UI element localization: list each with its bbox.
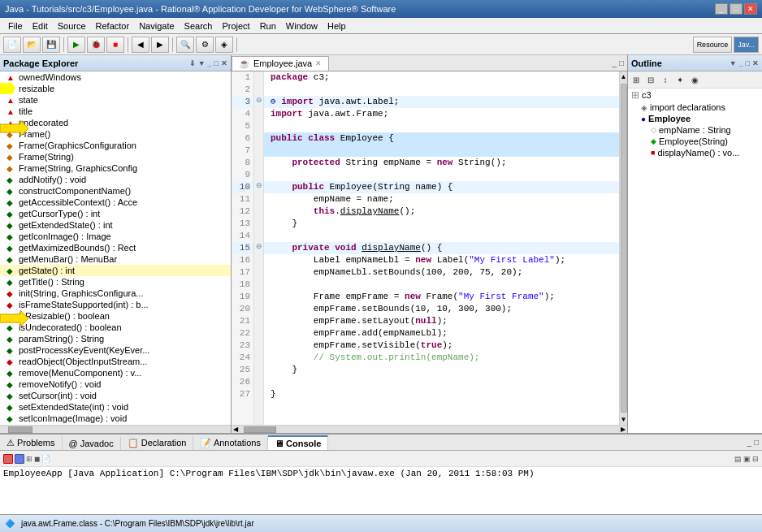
pe-close-icon[interactable]: ✕ xyxy=(221,59,227,67)
outline-controls[interactable]: ▼ _ □ ✕ xyxy=(730,59,759,67)
tree-item-setextended[interactable]: ◆ setExtendedState(int) : void xyxy=(0,401,231,413)
menu-file[interactable]: File xyxy=(3,19,28,32)
outline-tb-btn2[interactable]: ⊟ xyxy=(644,73,657,86)
close-button[interactable]: ✕ xyxy=(744,3,757,15)
tree-item-postprocess[interactable]: ◆ postProcessKeyEvent(KeyEver... xyxy=(0,344,231,356)
tree-item-remove[interactable]: ◆ remove(MenuComponent) : v... xyxy=(0,367,231,378)
console-btn7[interactable]: ⊟ xyxy=(752,455,759,463)
console-btn6[interactable]: ▣ xyxy=(743,455,751,463)
menu-search[interactable]: Search xyxy=(180,19,218,32)
tree-item-removenotify[interactable]: ◆ removeNotify() : void xyxy=(0,378,231,390)
terminate-button[interactable] xyxy=(3,454,13,464)
outline-tb-btn4[interactable]: ✦ xyxy=(673,73,686,86)
tab-problems[interactable]: ⚠ Problems xyxy=(0,436,63,450)
tree-item-getstate[interactable]: ◆ getState() : int xyxy=(0,265,231,276)
editor-tab-close[interactable]: ✕ xyxy=(315,59,322,67)
run-button[interactable]: ▶ xyxy=(67,37,85,53)
outline-tb-btn5[interactable]: ◉ xyxy=(688,73,701,86)
menu-run[interactable]: Run xyxy=(255,19,281,32)
tree-item-frame3[interactable]: ◆ Frame(String) xyxy=(0,151,231,162)
outline-menu-icon[interactable]: ▼ xyxy=(730,59,737,67)
fold-marker-10[interactable]: ⊖ xyxy=(254,181,263,193)
tree-item-getmaximized[interactable]: ◆ getMaximizedBounds() : Rect xyxy=(0,242,231,253)
tree-item-frame1[interactable]: ◆ Frame() xyxy=(0,128,231,140)
menu-help[interactable]: Help xyxy=(323,19,351,32)
code-content[interactable]: package c3; ⊖ import java.awt.Label; imp… xyxy=(264,71,619,425)
tree-item-constructcomponent[interactable]: ◆ constructComponentName() xyxy=(0,185,231,197)
tree-item-geticonimage[interactable]: ◆ getIconImage() : Image xyxy=(0,231,231,242)
fold-marker-15[interactable]: ⊖ xyxy=(254,242,263,254)
outline-item-constructor[interactable]: ◆ Employee(String) xyxy=(628,136,762,147)
maximize-button[interactable]: □ xyxy=(730,3,743,15)
tree-item-init[interactable]: ◆ init(String, GraphicsConfigura... xyxy=(0,288,231,299)
tree-item-addnotify[interactable]: ◆ addNotify() : void xyxy=(0,174,231,185)
pe-hscrollbar[interactable] xyxy=(0,425,231,433)
tree-item-frame4[interactable]: ◆ Frame(String, GraphicsConfig xyxy=(0,162,231,174)
tree-item-undecorated[interactable]: ▲ undecorated xyxy=(0,117,231,128)
new-button[interactable]: 📄 xyxy=(3,37,21,53)
resource-button[interactable]: Resource xyxy=(693,37,733,53)
tree-item-title[interactable]: ▲ title xyxy=(0,106,231,117)
editor-maximize-icon[interactable]: □ xyxy=(619,58,624,67)
tree-item-gettitle[interactable]: ◆ getTitle() : String xyxy=(0,276,231,288)
editor-minimize-icon[interactable]: _ xyxy=(612,58,617,67)
pe-menu-icon[interactable]: ▼ xyxy=(198,59,206,67)
menu-source[interactable]: Source xyxy=(53,19,91,32)
console-btn4[interactable]: 📄 xyxy=(41,455,50,463)
outline-minimize-icon[interactable]: _ xyxy=(739,59,743,67)
tree-item-getaccessible[interactable]: ◆ getAccessibleContext() : Acce xyxy=(0,197,231,208)
package-explorer-toolbar[interactable]: ⇓ ▼ _ □ ✕ xyxy=(189,59,227,67)
minimize-button[interactable]: _ xyxy=(715,3,728,15)
tree-item-paramstring[interactable]: ◆ paramString() : String xyxy=(0,333,231,344)
tree-item-getcursortype[interactable]: ◆ getCursorType() : int xyxy=(0,208,231,219)
editor-controls[interactable]: _ □ xyxy=(612,58,627,67)
java-button[interactable]: Jav... xyxy=(734,37,759,53)
stop-button[interactable]: ■ xyxy=(106,37,124,53)
bottom-maximize-icon[interactable]: □ xyxy=(754,438,759,447)
tab-annotations[interactable]: 📝 Annotations xyxy=(193,436,268,450)
pe-collapse-icon[interactable]: ⇓ xyxy=(189,59,196,67)
back-button[interactable]: ◀ xyxy=(132,37,149,53)
outline-tb-btn1[interactable]: ⊞ xyxy=(630,73,643,86)
console-btn2[interactable]: ⊞ xyxy=(26,455,32,463)
console-btn3[interactable]: ◼ xyxy=(34,455,40,463)
outline-maximize-icon[interactable]: □ xyxy=(746,59,750,67)
tree-item-resizable[interactable]: → ▲ resizable xyxy=(0,83,231,94)
debug-button[interactable]: 🐞 xyxy=(87,37,105,53)
editor-vscrollbar[interactable]: ▲ ▼ xyxy=(619,71,627,425)
tab-declaration[interactable]: 📋 Declaration xyxy=(121,436,194,450)
console-btn5[interactable]: ▤ xyxy=(734,455,742,463)
toolbar-btn1[interactable]: ⚙ xyxy=(196,37,214,53)
outline-item-imports[interactable]: ◈ import declarations xyxy=(628,102,762,113)
menu-project[interactable]: Project xyxy=(217,19,254,32)
tree-item-isresizable[interactable]: ◆ isResizable() : boolean xyxy=(0,310,231,322)
pe-maximize-icon[interactable]: □ xyxy=(214,59,219,67)
outline-item-displayname[interactable]: ■ displayName() : vo... xyxy=(628,147,762,158)
bottom-panel-controls[interactable]: _ □ xyxy=(747,438,762,447)
toolbar-btn2[interactable]: ◈ xyxy=(215,37,233,53)
menu-refactor[interactable]: Refactor xyxy=(91,19,135,32)
outline-close-icon[interactable]: ✕ xyxy=(752,59,759,67)
outline-tb-btn3[interactable]: ↕ xyxy=(659,73,672,86)
outline-item-employee[interactable]: ● Employee xyxy=(628,113,762,124)
editor-hscrollbar[interactable]: ◀ ▶ xyxy=(232,425,627,433)
tree-item-frame2[interactable]: ◆ Frame(GraphicsConfiguration xyxy=(0,140,231,151)
tab-javadoc[interactable]: @ Javadoc xyxy=(63,437,121,450)
menu-window[interactable]: Window xyxy=(281,19,323,32)
tree-item-state[interactable]: ▲ state xyxy=(0,94,231,106)
tree-item-readobject[interactable]: ◆ readObject(ObjectInputStream... xyxy=(0,356,231,367)
window-controls[interactable]: _ □ ✕ xyxy=(715,3,757,15)
pe-minimize-icon[interactable]: _ xyxy=(208,59,212,67)
outline-item-empname[interactable]: ◇ empName : String xyxy=(628,124,762,136)
tree-item-isundecorated[interactable]: ◆ isUndecorated() : boolean xyxy=(0,322,231,333)
bottom-minimize-icon[interactable]: _ xyxy=(747,438,751,447)
editor-tab-employee[interactable]: ☕ Employee.java ✕ xyxy=(232,56,329,71)
tab-console[interactable]: 🖥 Console xyxy=(268,435,328,450)
outline-item-c3[interactable]: ⊞ c3 xyxy=(628,89,762,102)
tree-item-isframestatesupported[interactable]: ◆ isFrameStateSupported(int) : b... xyxy=(0,299,231,310)
tree-item-getextendedstate[interactable]: ◆ getExtendedState() : int xyxy=(0,219,231,231)
console-btn1[interactable] xyxy=(15,454,24,464)
forward-button[interactable]: ▶ xyxy=(151,37,169,53)
tree-item-setcursor[interactable]: ◆ setCursor(int) : void xyxy=(0,390,231,401)
open-button[interactable]: 📂 xyxy=(23,37,41,53)
